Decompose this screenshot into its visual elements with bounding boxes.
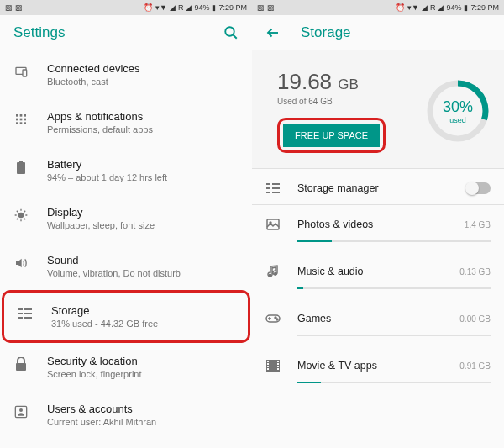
svg-rect-33 <box>266 192 270 193</box>
svg-rect-30 <box>272 183 280 185</box>
alarm-icon: ⏰ <box>396 3 405 12</box>
item-title: Users & accounts <box>47 403 239 415</box>
time-text: 7:29 PM <box>470 3 499 12</box>
svg-rect-12 <box>24 122 26 124</box>
storage-summary: 19.68 GB Used of 64 GB FREE UP SPACE 30%… <box>252 50 504 168</box>
search-icon[interactable] <box>223 25 239 40</box>
storage-app-bar: Storage <box>252 15 504 50</box>
back-icon[interactable] <box>265 25 281 40</box>
settings-item-connected-devices[interactable]: Connected devicesBluetooth, cast <box>0 50 252 98</box>
svg-point-24 <box>19 408 23 412</box>
settings-item-battery[interactable]: Battery94% – about 1 day 12 hrs left <box>0 146 252 194</box>
svg-rect-19 <box>24 313 32 314</box>
connected-devices-icon <box>13 64 29 79</box>
sound-icon <box>13 256 29 271</box>
status-bar: ▧ ▨ ⏰ ▾▼ ◢ R ◢ 94% ▮ 7:29 PM <box>0 0 252 15</box>
settings-item-display[interactable]: DisplayWallpaper, sleep, font size <box>0 194 252 242</box>
svg-rect-14 <box>19 161 23 162</box>
signal-icon: ◢ <box>186 3 192 12</box>
item-title: Connected devices <box>47 62 239 75</box>
svg-rect-22 <box>16 363 26 371</box>
item-subtitle: 94% – about 1 day 12 hrs left <box>47 172 239 182</box>
settings-screen: ▧ ▨ ⏰ ▾▼ ◢ R ◢ 94% ▮ 7:29 PM Settings Co… <box>0 0 252 448</box>
free-up-space-button[interactable]: FREE UP SPACE <box>283 124 380 147</box>
movies-icon <box>265 358 281 373</box>
svg-point-0 <box>225 27 234 36</box>
category-size: 0.13 GB <box>459 267 491 277</box>
storage-manager-toggle[interactable] <box>467 182 491 194</box>
svg-rect-9 <box>24 119 26 121</box>
category-size: 0.00 GB <box>459 314 491 324</box>
settings-item-apps-notifications[interactable]: Apps & notificationsPermissions, default… <box>0 98 252 146</box>
alarm-icon: ⏰ <box>144 3 153 12</box>
svg-rect-11 <box>20 122 23 124</box>
battery-text: 94% <box>446 3 461 12</box>
svg-rect-18 <box>18 313 23 314</box>
battery-icon <box>13 160 29 175</box>
category-name: Photos & videos <box>297 219 448 230</box>
storage-category-games[interactable]: Games0.00 GB <box>252 299 504 335</box>
signal-icon: ◢ <box>438 3 444 12</box>
storage-category-music-audio[interactable]: Music & audio0.13 GB <box>252 252 504 287</box>
svg-line-1 <box>233 34 237 39</box>
donut-label: used <box>449 116 466 124</box>
status-right: ⏰ ▾▼ ◢ R ◢ 94% ▮ 7:29 PM <box>144 3 247 12</box>
category-bar <box>297 240 491 242</box>
category-name: Games <box>297 313 443 324</box>
time-text: 7:29 PM <box>218 3 247 12</box>
svg-rect-49 <box>277 366 279 367</box>
signal-icon: ◢ <box>170 3 176 12</box>
storage-category-movie-tv-apps[interactable]: Movie & TV apps0.91 GB <box>252 346 504 382</box>
svg-point-15 <box>18 213 24 219</box>
roaming-icon: R <box>430 3 436 12</box>
status-bar: ▧ ▨ ⏰ ▾▼ ◢ R ◢ 94% ▮ 7:29 PM <box>252 0 504 15</box>
signal-icon: ◢ <box>422 3 428 12</box>
category-name: Movie & TV apps <box>297 360 443 372</box>
svg-rect-3 <box>23 70 27 76</box>
music-icon <box>265 264 281 279</box>
item-subtitle: Bluetooth, cast <box>47 76 239 87</box>
svg-rect-8 <box>20 119 23 121</box>
item-title: Sound <box>47 254 239 266</box>
category-name: Music & audio <box>297 266 443 277</box>
storage-icon <box>18 306 33 321</box>
donut-percent: 30% <box>443 98 473 116</box>
settings-item-accessibility[interactable]: AccessibilityScreen readers, display, in… <box>0 439 252 448</box>
category-size: 1.4 GB <box>465 220 491 229</box>
users-icon <box>13 404 29 419</box>
svg-rect-46 <box>267 368 269 370</box>
settings-item-users-accounts[interactable]: Users & accountsCurrent user: Akhil Mith… <box>0 391 252 439</box>
settings-title: Settings <box>13 24 203 41</box>
item-title: Display <box>47 206 239 219</box>
svg-point-38 <box>274 272 277 276</box>
storage-manager-row[interactable]: Storage manager <box>252 169 504 204</box>
settings-item-sound[interactable]: SoundVolume, vibration, Do not disturb <box>0 242 252 290</box>
picture-icon: ▨ <box>267 3 275 12</box>
storage-manager-icon <box>265 181 281 196</box>
picture-icon: ▨ <box>15 3 23 12</box>
item-title: Security & location <box>47 355 239 367</box>
svg-rect-32 <box>272 187 280 189</box>
storage-category-photos-videos[interactable]: Photos & videos1.4 GB <box>252 205 504 240</box>
status-left: ▧ ▨ <box>5 3 23 12</box>
item-subtitle: Screen lock, fingerprint <box>47 369 239 379</box>
settings-list: Connected devicesBluetooth, castApps & n… <box>0 50 252 448</box>
svg-point-41 <box>276 319 278 320</box>
svg-rect-43 <box>267 361 269 362</box>
usage-donut: 30% used <box>425 78 491 144</box>
picture-icon: ▧ <box>257 3 265 12</box>
svg-rect-7 <box>16 119 18 121</box>
status-left: ▧ ▨ <box>257 3 275 12</box>
svg-rect-47 <box>277 361 279 362</box>
svg-rect-10 <box>16 122 18 124</box>
settings-item-storage[interactable]: Storage31% used - 44.32 GB free <box>2 290 250 343</box>
item-subtitle: 31% used - 44.32 GB free <box>51 319 234 329</box>
wifi-icon: ▾▼ <box>407 3 419 12</box>
svg-rect-29 <box>266 183 270 185</box>
battery-text: 94% <box>194 3 209 12</box>
svg-point-37 <box>269 274 272 277</box>
games-icon <box>265 311 281 326</box>
roaming-icon: R <box>178 3 184 12</box>
svg-point-40 <box>275 317 276 319</box>
settings-item-security-location[interactable]: Security & locationScreen lock, fingerpr… <box>0 343 252 391</box>
